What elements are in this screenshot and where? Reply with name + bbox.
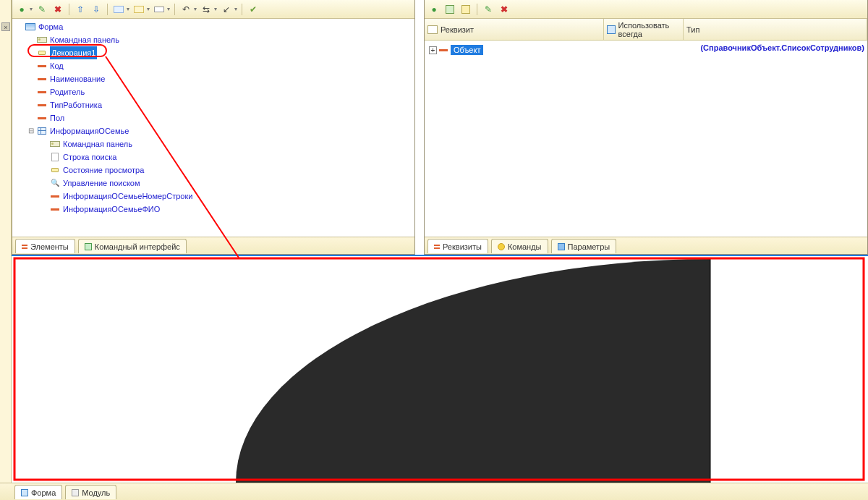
tree-decoration-row[interactable]: Декорация1	[15, 46, 414, 59]
attr-edit-icon[interactable]: ✎	[482, 3, 495, 16]
elements-pane: ●▾ ✎ ✖ ⇧ ⇩ ▾ ▾ ▾ ↶▾ ⇆▾ ↙▾ ✔ Форма Команд…	[12, 0, 415, 255]
tree-field-1[interactable]: Наименование	[50, 72, 105, 85]
tree-cmdpanel[interactable]: Командная панель	[50, 33, 119, 46]
app-tab-module[interactable]: Модуль	[65, 485, 116, 499]
tree-table-search[interactable]: Строка поиска	[63, 151, 116, 164]
field-icon[interactable]	[153, 3, 166, 16]
swap2-icon[interactable]: ⇆	[200, 3, 213, 16]
tab-params[interactable]: Параметры	[551, 239, 617, 253]
hdr-col2: Использовать всегда	[618, 21, 680, 38]
attributes-pane: ● ✎ ✖ Реквизит Использовать всегда Тип +…	[424, 0, 868, 255]
tree-root[interactable]: Форма	[38, 20, 63, 33]
tree-field-4[interactable]: Пол	[50, 111, 64, 124]
tree-col2[interactable]: ИнформацияОСемьеФИО	[63, 203, 160, 216]
close-panel-icon[interactable]: ×	[1, 22, 10, 31]
tab-props[interactable]: Реквизиты	[427, 239, 488, 253]
hdr-col3: Тип	[686, 25, 699, 34]
expand-icon[interactable]: +	[429, 46, 437, 54]
attr-object[interactable]: Объект	[451, 45, 483, 55]
left-tabstrip: Элементы Командный интерфейс	[12, 237, 414, 254]
move-down-icon[interactable]: ⇩	[90, 3, 103, 16]
tree-field-3[interactable]: ТипРаботника	[50, 98, 102, 111]
hdr-col1: Реквизит	[441, 25, 474, 34]
gutter-left: ×	[0, 0, 12, 255]
elements-toolbar: ●▾ ✎ ✖ ⇧ ⇩ ▾ ▾ ▾ ↶▾ ⇆▾ ↙▾ ✔	[12, 0, 414, 19]
tree-field-0[interactable]: Код	[50, 59, 64, 72]
group-icon[interactable]	[112, 3, 125, 16]
tree-table-cmd[interactable]: Командная панель	[63, 137, 132, 151]
add-icon[interactable]: ●	[15, 3, 28, 16]
tab-cmds[interactable]: Команды	[491, 239, 548, 253]
attr-add-icon[interactable]: ●	[427, 3, 441, 16]
tree-table[interactable]: ИнформацияОСемье	[50, 124, 129, 137]
right-tabstrip: Реквизиты Команды Параметры	[425, 237, 867, 254]
tree-table-find[interactable]: Управление поиском	[63, 177, 140, 190]
attr-type: (СправочникОбъект.СписокСотрудников)	[700, 43, 864, 52]
attr-del-icon[interactable]: ✖	[498, 3, 511, 16]
swap1-icon[interactable]: ↶	[179, 3, 192, 16]
tab-cmdiface[interactable]: Командный интерфейс	[78, 239, 187, 253]
move-up-icon[interactable]: ⇧	[74, 3, 87, 16]
tab-elements[interactable]: Элементы	[15, 239, 75, 253]
tree-field-2[interactable]: Родитель	[50, 85, 85, 98]
tree-table-state[interactable]: Состояние просмотра	[63, 164, 144, 177]
attr-body[interactable]: + Объект (СправочникОбъект.СписокСотрудн…	[425, 41, 867, 237]
delete-icon[interactable]: ✖	[51, 3, 64, 16]
attr-ins-icon[interactable]	[459, 3, 472, 16]
app-tab-form[interactable]: Форма	[14, 485, 62, 499]
attr-header: Реквизит Использовать всегда Тип	[425, 19, 867, 41]
edit-icon[interactable]: ✎	[35, 3, 48, 16]
splitter-icon[interactable]	[132, 3, 145, 16]
attr-addcol-icon[interactable]	[443, 3, 456, 16]
preview-canvas[interactable]	[12, 255, 868, 483]
elements-tree[interactable]: Форма Командная панель Декорация1 Код На…	[12, 19, 414, 237]
check-icon[interactable]: ✔	[247, 3, 260, 16]
app-tabstrip: Форма Модуль	[0, 483, 868, 500]
swap3-icon[interactable]: ↙	[220, 3, 233, 16]
attr-row-icon	[439, 49, 448, 51]
attr-toolbar: ● ✎ ✖	[425, 0, 867, 19]
form-preview	[0, 255, 868, 483]
tree-col1[interactable]: ИнформацияОСемьеНомерСтроки	[63, 190, 192, 203]
